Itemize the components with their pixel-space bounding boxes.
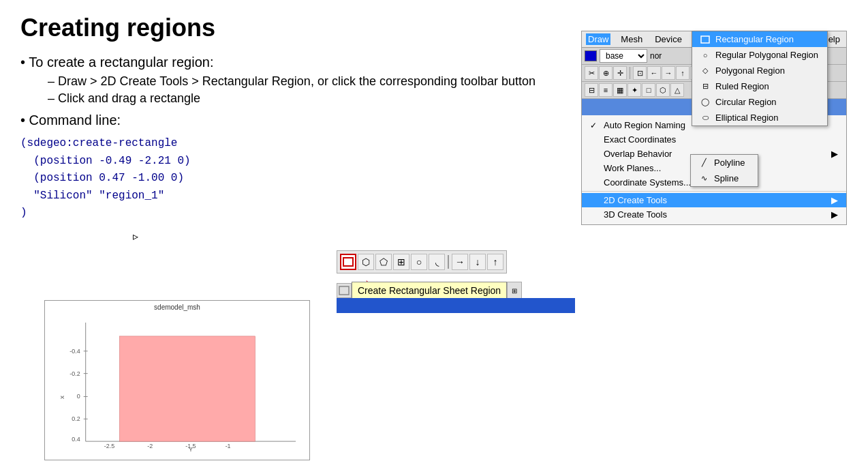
chart-title: sdemodel_msh [45, 303, 309, 311]
menu-draw[interactable]: Draw [586, 33, 610, 45]
tooltip-extra: ⊞ [507, 282, 522, 299]
polygon-btn[interactable]: ⬡ [358, 254, 374, 270]
arrow-right-btn[interactable]: → [452, 254, 468, 270]
icon-btn-tri[interactable]: △ [670, 83, 684, 97]
icon-btn-cut[interactable]: ✂ [585, 66, 598, 80]
blue-status-bar [337, 298, 575, 313]
svg-text:0.4: 0.4 [72, 436, 80, 443]
menu-auto-region-label: Auto Region Naming [604, 120, 685, 130]
icon-btn-box[interactable]: □ [642, 83, 655, 97]
menu-3d-label: 3D Create Tools [604, 209, 667, 220]
circular-icon: ◯ [699, 98, 711, 107]
ctx-rect-label: Rectangular Region [715, 34, 794, 44]
ruled-icon: ⊟ [699, 82, 711, 91]
svg-rect-19 [339, 286, 349, 295]
arrow-down-btn[interactable]: ↓ [469, 254, 486, 270]
icon-btn-grid[interactable]: ⊟ [585, 83, 598, 97]
nor-label: nor [650, 51, 662, 61]
menu-sep [582, 191, 846, 192]
wave-btn[interactable]: ◟ [429, 254, 445, 270]
menu-2d-create[interactable]: 2D Create Tools ▶ [582, 193, 846, 207]
icon-btn-copy[interactable]: ⊕ [599, 66, 613, 80]
svg-text:-2.5: -2.5 [104, 443, 114, 449]
ctx-elliptical-label: Elliptical Region [715, 113, 779, 123]
base-dropdown[interactable]: base [600, 49, 647, 63]
color-swatch[interactable] [585, 50, 597, 61]
icon-group-3: ⊟ ≡ ▦ ✦ □ ⬡ △ [585, 83, 684, 97]
arrow-3d: ▶ [831, 209, 838, 220]
icon-btn-b[interactable]: ← [647, 66, 661, 80]
context-menu: Rectangular Region ○ Regular Polygonal R… [692, 31, 828, 126]
ctx-circular-label: Circular Region [715, 97, 777, 107]
svg-text:x: x [58, 396, 65, 399]
chart-container: sdemodel_msh -0.4 -0.2 0 0.2 0.4 Y -2.5 … [44, 300, 310, 460]
icon-btn-bars[interactable]: ≡ [599, 83, 613, 97]
svg-text:-0.2: -0.2 [69, 370, 80, 377]
cursor: ▹ [133, 230, 138, 243]
check-icon: ✓ [590, 121, 600, 130]
menu-3d-create[interactable]: 3D Create Tools ▶ [582, 207, 846, 222]
arrow-icon: ▶ [831, 149, 838, 159]
regular-polygon-icon: ○ [699, 50, 711, 60]
ctx-rect-region[interactable]: Rectangular Region [692, 31, 827, 47]
icon-btn-a[interactable]: ⊡ [633, 66, 647, 80]
svg-text:0: 0 [77, 393, 80, 400]
menu-exact-coords-label: Exact Coordinates [604, 134, 676, 145]
resize-btn[interactable]: ⊞ [393, 254, 409, 270]
svg-text:0.2: 0.2 [72, 415, 80, 422]
ctx-ruled[interactable]: ⊟ Ruled Region [692, 78, 827, 94]
menu-exact-coords[interactable]: Exact Coordinates [582, 132, 846, 147]
svg-rect-16 [119, 336, 255, 441]
tooltip-box: Create Rectangular Sheet Region [352, 282, 507, 299]
icon-btn-c[interactable]: → [662, 66, 675, 80]
svg-text:-0.4: -0.4 [69, 348, 80, 355]
chart-svg: -0.4 -0.2 0 0.2 0.4 Y -2.5 -2 -1.5 -1 x [45, 311, 309, 470]
submenu-polyline[interactable]: ╱ Polyline [691, 155, 758, 171]
arrow-up-btn[interactable]: ↑ [487, 254, 503, 270]
rect-icon [699, 35, 711, 44]
ctx-regular-poly-label: Regular Polygonal Region [715, 50, 818, 60]
ctx-ruled-label: Ruled Region [715, 81, 769, 91]
toolbar-sep [448, 255, 449, 269]
rect-region-btn[interactable] [340, 254, 356, 270]
spline-label: Spline [714, 173, 739, 183]
menu-overlap-label: Overlap Behavior [604, 149, 672, 159]
ctx-elliptical[interactable]: ⬭ Elliptical Region [692, 110, 827, 125]
svg-rect-20 [701, 36, 709, 43]
ctx-polygon[interactable]: ◇ Polygonal Region [692, 63, 827, 78]
polygon-icon: ◇ [699, 66, 711, 76]
ctx-regular-polygon[interactable]: ○ Regular Polygonal Region [692, 47, 827, 63]
svg-text:-2: -2 [147, 443, 153, 449]
icon-sep [630, 67, 630, 79]
submenu-2d-flyout: ╱ Polyline ∿ Spline [690, 154, 758, 187]
toolbar-strip[interactable]: ⬡ ⬠ ⊞ ○ ◟ → ↓ ↑ [337, 250, 507, 273]
arrow-2d: ▶ [831, 195, 838, 205]
svg-rect-18 [343, 258, 353, 266]
polyline-icon: ╱ [698, 158, 710, 168]
ctx-circular[interactable]: ◯ Circular Region [692, 94, 827, 110]
polyline-label: Polyline [714, 158, 745, 168]
circle-btn[interactable]: ○ [411, 254, 427, 270]
menu-coord-sys-label: Coordinate Systems... [604, 177, 691, 188]
menu-2d-label: 2D Create Tools [604, 195, 667, 205]
elliptical-icon: ⬭ [699, 113, 711, 123]
bookmark-btn[interactable]: ⬠ [375, 254, 392, 270]
icon-btn-move[interactable]: ✛ [613, 66, 627, 80]
icon-btn-d[interactable]: ↑ [676, 66, 689, 80]
icon-group-1: ✂ ⊕ ✛ [585, 66, 627, 80]
svg-text:-1.5: -1.5 [185, 443, 196, 449]
submenu-spline[interactable]: ∿ Spline [691, 171, 758, 186]
tooltip-icon [337, 283, 352, 298]
ctx-poly-label: Polygonal Region [715, 65, 785, 76]
icon-btn-star[interactable]: ✦ [627, 83, 641, 97]
menu-mesh[interactable]: Mesh [619, 33, 645, 45]
icon-btn-hex[interactable]: ⬡ [656, 83, 670, 97]
menu-device[interactable]: Device [653, 33, 684, 45]
icon-btn-chart[interactable]: ▦ [613, 83, 627, 97]
spline-icon: ∿ [698, 174, 710, 183]
tooltip-row: Create Rectangular Sheet Region ⊞ [337, 282, 522, 299]
svg-text:-1: -1 [226, 443, 231, 449]
menu-workplanes-label: Work Planes... [604, 163, 661, 173]
